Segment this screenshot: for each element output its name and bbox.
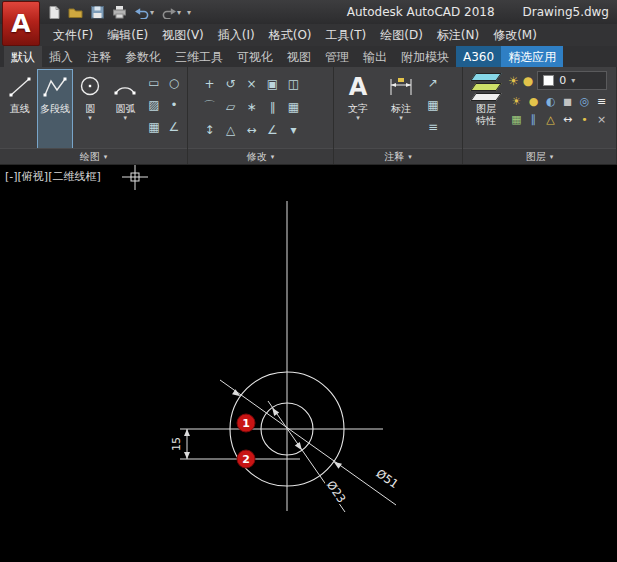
layer-properties-label-1: 图层	[476, 103, 496, 114]
layer-freeze-icon[interactable]: ☀	[508, 92, 525, 110]
arc-flyout-caret-icon: ▾	[124, 115, 128, 121]
point-tool-icon[interactable]: •	[164, 94, 184, 116]
draw-panel-footer[interactable]: 绘图 ▾	[0, 148, 187, 164]
open-folder-icon	[68, 5, 83, 19]
layer-delete-icon[interactable]: ×	[593, 110, 610, 128]
undo-button[interactable]: ▾	[133, 3, 155, 21]
leader-tool-icon[interactable]: ↗	[423, 72, 443, 94]
layer-match-icon[interactable]: ◎	[576, 92, 593, 110]
menu-draw[interactable]: 绘图(D)	[373, 25, 430, 46]
layer-isolate-icon[interactable]: ◐	[542, 92, 559, 110]
arc-tool-button[interactable]: 圆弧 ▾	[109, 70, 142, 148]
stretch-tool-icon[interactable]: ↕	[199, 118, 220, 141]
menu-dimension[interactable]: 标注(N)	[430, 25, 486, 46]
menu-edit[interactable]: 编辑(E)	[100, 25, 155, 46]
measure-tool-icon[interactable]: ∠	[262, 118, 283, 141]
scale-tool-icon[interactable]: △	[220, 118, 241, 141]
modify-panel-footer[interactable]: 修改 ▾	[188, 148, 333, 164]
layer-on-icon[interactable]: ☀	[508, 74, 519, 88]
mirror-tool-icon[interactable]: ◫	[283, 72, 304, 95]
open-file-button[interactable]	[67, 3, 84, 21]
layer-off-icon[interactable]: ●	[525, 92, 542, 110]
menu-file[interactable]: 文件(F)	[46, 25, 100, 46]
region-tool-icon[interactable]: ▦	[144, 116, 164, 138]
tab-addins[interactable]: 附加模块	[394, 46, 456, 67]
autocad-logo: A	[11, 11, 30, 36]
text-style-icon[interactable]: ≡	[423, 116, 443, 138]
centerline-tool-icon[interactable]: ∠	[164, 116, 184, 138]
menu-insert[interactable]: 插入(I)	[211, 25, 262, 46]
lengthen-tool-icon[interactable]: ↔	[241, 118, 262, 141]
redo-flyout-caret-icon[interactable]: ▾	[177, 8, 181, 17]
redo-button[interactable]: ▾	[160, 3, 182, 21]
tab-featured-apps[interactable]: 精选应用	[501, 46, 563, 67]
new-file-button[interactable]	[46, 3, 62, 21]
layer-current-icon[interactable]: •	[576, 110, 593, 128]
offset-tool-icon[interactable]: ∥	[262, 95, 283, 118]
explode-tool-icon[interactable]: ∗	[241, 95, 262, 118]
rectangle-tool-icon[interactable]: ▭	[144, 72, 164, 94]
trim-tool-icon[interactable]: ×	[241, 72, 262, 95]
dim-outer-text[interactable]: Ø51	[374, 466, 401, 491]
ellipse-tool-icon[interactable]: ○	[164, 72, 184, 94]
dimension-offset-15[interactable]: 15	[170, 429, 190, 459]
step-marker-2-number: 2	[242, 453, 250, 466]
circle-tool-button[interactable]: 圆 ▾	[74, 70, 107, 148]
tab-visualize[interactable]: 可视化	[230, 46, 280, 67]
modify-more-caret-icon[interactable]: ▾	[283, 118, 304, 141]
menu-tools[interactable]: 工具(T)	[319, 25, 374, 46]
menu-format[interactable]: 格式(O)	[262, 25, 319, 46]
drawing-canvas[interactable]: [-][俯视][二维线框] 15	[0, 165, 617, 562]
autocad-window: A	[0, 0, 617, 562]
array-tool-icon[interactable]: ▦	[283, 95, 304, 118]
text-tool-button[interactable]: A 文字 ▾	[337, 70, 379, 148]
polyline-tool-button[interactable]: 多段线	[38, 70, 71, 148]
table-tool-icon[interactable]: ▦	[423, 94, 443, 116]
tab-3d-tools[interactable]: 三维工具	[168, 46, 230, 67]
layers-panel-footer[interactable]: 图层 ▾	[463, 148, 616, 164]
erase-tool-icon[interactable]: ▱	[220, 95, 241, 118]
annotate-panel-footer[interactable]: 注释 ▾	[334, 148, 462, 164]
dim-inner-text[interactable]: Ø23	[324, 478, 349, 505]
qat-customize-caret-icon[interactable]: ▾	[187, 8, 191, 17]
viewport-controls[interactable]: [-][俯视][二维线框]	[5, 169, 101, 184]
tab-parametric[interactable]: 参数化	[118, 46, 168, 67]
tab-home[interactable]: 默认	[4, 46, 42, 67]
tab-output[interactable]: 输出	[356, 46, 394, 67]
window-title: Autodesk AutoCAD 2018 Drawing5.dwg	[347, 5, 617, 19]
tab-insert[interactable]: 插入	[42, 46, 80, 67]
arc-icon	[112, 72, 138, 102]
doc-title: Drawing5.dwg	[523, 5, 609, 19]
tab-a360[interactable]: A360	[456, 46, 501, 67]
dimension-tool-button[interactable]: 标注 ▾	[381, 70, 421, 148]
dimension-diameter-51[interactable]: Ø51	[220, 380, 401, 505]
layer-merge-icon[interactable]: ∥	[525, 110, 542, 128]
layer-properties-label-2: 特性	[476, 115, 496, 126]
tab-view[interactable]: 视图	[280, 46, 318, 67]
layer-states-icon[interactable]: ≡	[593, 92, 610, 110]
layer-select-dropdown[interactable]: 0 ▾	[537, 71, 607, 90]
layer-vpfreeze-icon[interactable]: △	[542, 110, 559, 128]
layer-prev-icon[interactable]: ↔	[559, 110, 576, 128]
hatch-tool-icon[interactable]: ▨	[144, 94, 164, 116]
rotate-tool-icon[interactable]: ↺	[220, 72, 241, 95]
menu-modify[interactable]: 修改(M)	[486, 25, 544, 46]
dim-offset-text[interactable]: 15	[170, 437, 183, 451]
layer-walk-icon[interactable]: ▦	[508, 110, 525, 128]
layer-bulb-icon[interactable]: ●	[523, 74, 533, 88]
menu-view[interactable]: 视图(V)	[155, 25, 211, 46]
layer-properties-button[interactable]: 图层 特性	[466, 70, 506, 148]
fillet-tool-icon[interactable]: ⌒	[199, 95, 220, 118]
tab-annotate[interactable]: 注释	[80, 46, 118, 67]
undo-flyout-caret-icon[interactable]: ▾	[150, 8, 154, 17]
layer-dropdown-caret-icon: ▾	[571, 76, 575, 85]
layer-lock-icon[interactable]: ◼	[559, 92, 576, 110]
drawing-viewport[interactable]: 15 Ø51 Ø23 1 2	[0, 165, 617, 562]
tab-manage[interactable]: 管理	[318, 46, 356, 67]
line-tool-button[interactable]: 直线	[3, 70, 36, 148]
save-button[interactable]	[89, 3, 106, 21]
move-tool-icon[interactable]: +	[199, 72, 220, 95]
copy-tool-icon[interactable]: ▣	[262, 72, 283, 95]
application-menu-button[interactable]: A	[2, 1, 40, 46]
plot-button[interactable]	[111, 3, 128, 21]
